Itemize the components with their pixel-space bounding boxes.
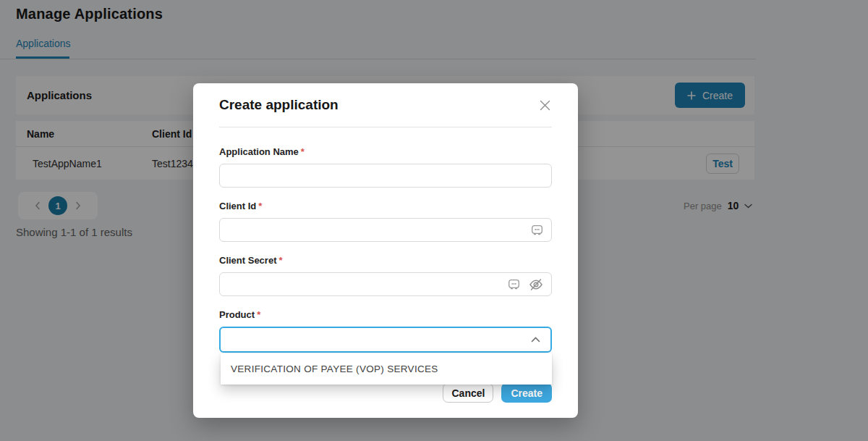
product-dropdown-menu: VERIFICATION OF PAYEE (VOP) SERVICES bbox=[221, 353, 552, 385]
client-id-input[interactable] bbox=[219, 218, 552, 242]
product-field-group: Product* VERIFICATION OF PAYEE (VOP) SER… bbox=[219, 309, 552, 353]
required-marker: * bbox=[278, 255, 282, 266]
application-name-label: Application Name* bbox=[219, 146, 552, 157]
required-marker: * bbox=[257, 309, 260, 320]
client-secret-field-group: Client Secret* bbox=[219, 255, 552, 296]
required-marker: * bbox=[258, 201, 262, 211]
client-secret-input[interactable] bbox=[219, 272, 552, 296]
modal-title: Create application bbox=[219, 97, 339, 113]
eye-slash-icon[interactable] bbox=[529, 278, 543, 291]
vault-icon bbox=[531, 224, 543, 236]
close-button[interactable] bbox=[538, 98, 552, 112]
product-option-vop-services[interactable]: VERIFICATION OF PAYEE (VOP) SERVICES bbox=[221, 353, 552, 385]
close-icon bbox=[540, 100, 550, 111]
product-label: Product* bbox=[219, 309, 552, 320]
cancel-button[interactable]: Cancel bbox=[443, 383, 493, 403]
client-id-field-group: Client Id* bbox=[219, 201, 552, 242]
modal-create-button[interactable]: Create bbox=[501, 383, 552, 403]
chevron-up-icon bbox=[531, 337, 540, 343]
modal-body: Application Name* Client Id* Client Secr… bbox=[193, 127, 578, 403]
client-secret-label: Client Secret* bbox=[219, 255, 552, 266]
modal-header: Create application bbox=[219, 83, 552, 127]
product-select[interactable]: VERIFICATION OF PAYEE (VOP) SERVICES bbox=[219, 327, 552, 353]
application-name-input[interactable] bbox=[219, 164, 552, 188]
create-application-modal: Create application Application Name* Cli… bbox=[193, 83, 578, 418]
required-marker: * bbox=[301, 146, 305, 157]
modal-footer: Cancel Create bbox=[219, 383, 552, 403]
client-id-label: Client Id* bbox=[219, 201, 552, 211]
manage-applications-page: Manage Applications Applications Applica… bbox=[0, 0, 868, 441]
vault-icon bbox=[508, 279, 520, 290]
application-name-field-group: Application Name* bbox=[219, 146, 552, 188]
